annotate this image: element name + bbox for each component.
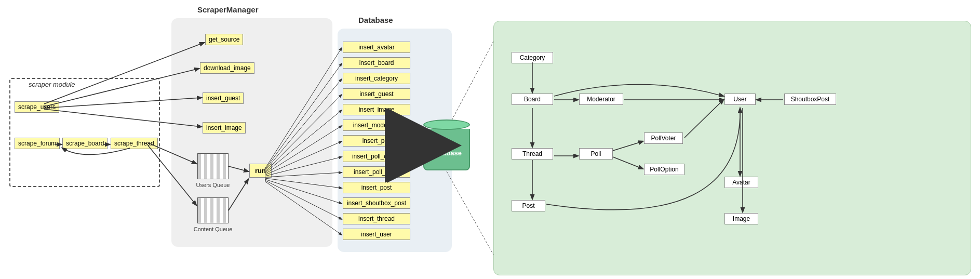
get-source-box: get_source (205, 34, 243, 45)
scrape-forum-box: scrape_forum (15, 138, 60, 149)
avatar-entity: Avatar (724, 177, 758, 188)
insert-post-box: insert_post (343, 182, 410, 193)
insert-category-box: insert_category (343, 73, 410, 84)
download-image-box: download_image (200, 62, 254, 74)
insert-board-box: insert_board (343, 57, 410, 69)
content-queue-box (197, 197, 229, 223)
cylinder-top (423, 119, 470, 130)
diagram-container: scraper module ScraperManager Database s… (0, 0, 980, 279)
content-queue-label: Content Queue (188, 226, 238, 232)
insert-moderator-box: insert_moderator (343, 119, 410, 131)
sqlite-label: SQLiteDatabase (432, 141, 462, 157)
shoutboxpost-entity: ShoutboxPost (784, 94, 836, 105)
insert-shoutbox-post-box: insert_shoutbox_post (343, 197, 410, 209)
insert-image-box: insert_image (203, 122, 246, 134)
sqlite-cylinder: SQLiteDatabase (423, 119, 470, 170)
post-entity: Post (512, 200, 545, 211)
thread-entity: Thread (512, 148, 553, 160)
insert-poll-voter-box: insert_poll_voter (343, 166, 410, 178)
insert-avatar-box: insert_avatar (343, 42, 410, 53)
users-queue-label: Users Queue (190, 182, 236, 188)
insert-poll-option-box: insert_poll_option (343, 151, 410, 162)
insert-image-db-box: insert_image (343, 104, 410, 115)
scraper-label: scraper module (29, 81, 75, 88)
svg-line-24 (447, 42, 493, 130)
board-entity: Board (512, 94, 553, 105)
insert-user-box: insert_user (343, 229, 410, 240)
manager-label: ScraperManager (197, 5, 259, 14)
database-label: Database (358, 16, 393, 24)
run-box: run (249, 164, 272, 178)
moderator-entity: Moderator (579, 94, 623, 105)
er-section-bg (493, 21, 971, 275)
poll-entity: Poll (579, 148, 613, 160)
cylinder-body: SQLiteDatabase (423, 129, 470, 170)
scrape-users-box: scrape_users (15, 101, 59, 113)
pollvoter-entity: PollVoter (644, 132, 683, 144)
scrape-thread-box: scrape_thread (111, 138, 158, 149)
insert-thread-box: insert_thread (343, 213, 410, 224)
users-queue-box (197, 153, 229, 179)
user-entity: User (724, 94, 756, 105)
insert-guest-box: insert_guest (203, 92, 244, 104)
category-entity: Category (512, 52, 553, 63)
image-entity: Image (724, 213, 758, 224)
insert-poll-box: insert_poll (343, 135, 410, 147)
svg-line-25 (447, 171, 493, 255)
manager-section-bg (171, 18, 332, 247)
insert-guest-db-box: insert_guest (343, 88, 410, 100)
scraper-section-bg (9, 78, 160, 187)
scrape-board-box: scrape_board (62, 138, 108, 149)
polloption-entity: PollOption (644, 164, 684, 175)
